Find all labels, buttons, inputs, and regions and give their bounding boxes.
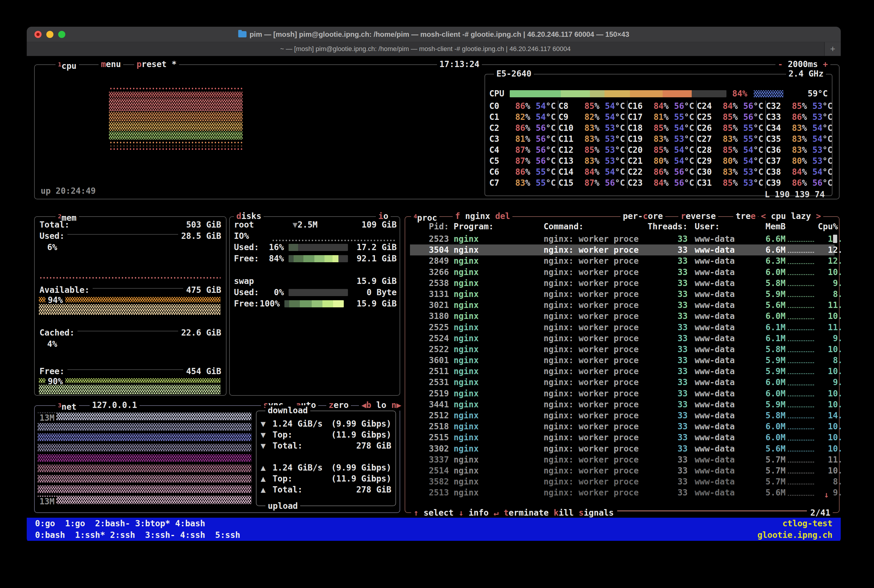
- upload-stats: ▲1.24 GiB/s(9.99 Gibps)▲Top:(11.9 Gibps)…: [257, 462, 396, 495]
- proc-actions[interactable]: ↑ select ↓ info ↵ terminate kill signals: [414, 508, 614, 518]
- core-stat: C1484%54°C: [558, 166, 625, 177]
- mem-total-label: Total:: [39, 219, 69, 230]
- proc-filter[interactable]: f nginx del: [453, 211, 512, 222]
- minimize-button[interactable]: [46, 31, 53, 38]
- update-interval-control[interactable]: - 2000ms +: [775, 59, 830, 70]
- core-stat: C587%56°C: [489, 156, 556, 166]
- preset-button[interactable]: preset *: [134, 59, 179, 70]
- process-row[interactable]: 2524nginxnginx: worker proce33www-data6.…: [410, 333, 835, 344]
- core-stat: C1285%53°C: [558, 144, 625, 156]
- process-row-selected[interactable]: 3504nginxnginx: worker proce33www-data6.…: [410, 244, 835, 255]
- sort-column[interactable]: Cpu% ↑: [815, 221, 841, 232]
- core-stat: C1083%53°C: [558, 123, 625, 134]
- cpu-package-temp: 59°C: [808, 89, 828, 99]
- proc-box: 4proc f nginx del per-core reverse tree …: [405, 216, 839, 513]
- core-stat: C086%54°C: [489, 100, 556, 111]
- core-stat: C1183%53°C: [558, 134, 625, 144]
- process-row[interactable]: 2515nginxnginx: worker proce33www-data6.…: [410, 432, 835, 443]
- clock: 17:13:24: [437, 59, 482, 70]
- net-graph-band: [38, 496, 251, 504]
- process-row[interactable]: 2525nginxnginx: worker proce33www-data6.…: [410, 322, 835, 333]
- upload-stat-row: ▲1.24 GiB/s(9.99 Gibps): [257, 462, 396, 473]
- cpu-graph-band: [109, 112, 242, 122]
- process-row[interactable]: 3131nginxnginx: worker proce33www-data5.…: [410, 289, 835, 300]
- disks-box: disks io root ▼▼2.5M2.5M 109 GiB IO% Use…: [229, 216, 400, 396]
- disk-root-used-value: 17.2 GiB: [357, 242, 397, 253]
- disk-io-label: IO%: [234, 231, 249, 242]
- net-scale-bottom-label: 13M: [38, 496, 56, 506]
- mem-available-graph: [39, 297, 221, 302]
- process-row[interactable]: 2513nginxnginx: worker proce33www-data5.…: [410, 487, 835, 498]
- net-interface-label: 127.0.0.1: [90, 400, 140, 411]
- core-stat: C885%54°C: [558, 100, 625, 111]
- core-stat: C2286%56°C: [627, 166, 694, 177]
- process-row[interactable]: 2519nginxnginx: worker proce33www-data6.…: [410, 388, 835, 399]
- process-row[interactable]: 2523nginxnginx: worker proce33www-data6.…: [410, 234, 835, 244]
- core-stat: C2585%56°C: [697, 111, 764, 123]
- cpu-graph-band: [109, 98, 242, 111]
- process-row[interactable]: 3266nginxnginx: worker proce33www-data6.…: [410, 267, 835, 278]
- download-stat-row: ▼1.24 GiB/s(9.99 Gibps): [257, 418, 396, 429]
- cpu-detail-box: E5-2640 2.4 GHz CPU 84% 59°C C086%54°CC1…: [484, 74, 832, 196]
- net-box-title: 3net: [56, 400, 79, 412]
- process-row[interactable]: 2538nginxnginx: worker proce33www-data5.…: [410, 278, 835, 289]
- core-column: C1684%56°CC1781%55°CC1885%54°CC1983%53°C…: [627, 100, 697, 188]
- cpu-total-pct: 84%: [733, 89, 748, 99]
- core-column: C885%54°CC982%54°CC1083%53°CC1183%53°CC1…: [558, 100, 627, 188]
- zoom-button[interactable]: [58, 31, 65, 38]
- cpu-meter-label: CPU: [489, 89, 504, 99]
- proc-scrollbar-thumb[interactable]: [833, 235, 837, 243]
- process-row[interactable]: 2514nginxnginx: worker proce33www-data5.…: [410, 465, 835, 476]
- process-row[interactable]: 2522nginxnginx: worker proce33www-data5.…: [410, 344, 835, 355]
- upload-title: upload: [265, 501, 300, 512]
- tree-toggle[interactable]: tree: [733, 211, 758, 222]
- process-row[interactable]: 3337nginxnginx: worker proce33www-data5.…: [410, 454, 835, 465]
- process-row[interactable]: 3302nginxnginx: worker proce33www-data5.…: [410, 443, 835, 454]
- disk-swap-free-value: 15.9 GiB: [357, 298, 397, 309]
- process-row[interactable]: 3021nginxnginx: worker proce33www-data5.…: [410, 300, 835, 310]
- mem-box: 2mem Total:503 GiB Used:28.5 GiB 6% Avai…: [34, 216, 227, 396]
- net-zero-button[interactable]: zero: [326, 400, 351, 411]
- core-stat: C783%55°C: [489, 177, 556, 188]
- upload-stat-row: ▲Total:278 GiB: [257, 484, 396, 495]
- core-stat: C381%56°C: [489, 134, 556, 144]
- process-row[interactable]: 3180nginxnginx: worker proce33www-data6.…: [410, 310, 835, 322]
- net-graph-band: [38, 475, 251, 483]
- disk-root-used-label: Used:: [234, 242, 259, 253]
- process-row[interactable]: 2518nginxnginx: worker proce33www-data6.…: [410, 421, 835, 432]
- process-row[interactable]: 3582nginxnginx: worker proce33www-data5.…: [410, 476, 835, 487]
- new-tab-button[interactable]: +: [824, 42, 841, 56]
- core-stat: C1885%54°C: [627, 123, 694, 134]
- sort-selector[interactable]: < cpu lazy >: [758, 211, 823, 222]
- per-core-table: C086%54°CC182%54°CC286%56°CC381%56°CC487…: [489, 100, 835, 188]
- tmux-outer-session: ctlog-test: [782, 518, 832, 529]
- core-stat: C286%56°C: [489, 123, 556, 134]
- core-stat: C982%54°C: [558, 111, 625, 123]
- cpu-box: 1cpu menu preset * 17:13:24 - 2000ms + u…: [34, 64, 839, 200]
- tmux-outer-windows[interactable]: 0:go 1:go 2:bash- 3:btop* 4:bash: [35, 518, 205, 529]
- process-row[interactable]: 3441nginxnginx: worker proce33www-data5.…: [410, 399, 835, 410]
- tmux-inner-windows[interactable]: 0:bash 1:ssh* 2:ssh 3:ssh- 4:ssh 5:ssh: [35, 529, 240, 541]
- process-row[interactable]: 2849nginxnginx: worker proce33www-data6.…: [410, 255, 835, 266]
- proc-footer: ↑ select ↓ info ↵ terminate kill signals…: [411, 508, 833, 518]
- disk-swap-used-label: Used:: [234, 287, 259, 298]
- close-button[interactable]: [35, 31, 42, 38]
- process-row[interactable]: 2512nginxnginx: worker proce33www-data5.…: [410, 410, 835, 421]
- core-stat: C3780%53°C: [766, 156, 833, 166]
- reverse-toggle[interactable]: reverse: [678, 211, 718, 222]
- window-title: pim — [mosh] pim@glootie.ipng.ch: /home/…: [238, 30, 629, 39]
- tab-active[interactable]: ~ — [mosh] pim@glootie.ipng.ch: /home/pi…: [27, 42, 824, 56]
- net-interface-switcher[interactable]: ◀b lo n▶: [359, 400, 404, 411]
- process-row[interactable]: 2511nginxnginx: worker proce33www-data5.…: [410, 366, 835, 377]
- net-graph-band: [38, 412, 251, 420]
- core-stat: C2783%55°C: [697, 134, 764, 144]
- scroll-down-arrow[interactable]: ↓: [824, 490, 829, 500]
- mem-available-label: Available:: [39, 285, 90, 296]
- disk-swap-free-pct: 100%: [259, 298, 280, 309]
- process-row[interactable]: 2531nginxnginx: worker proce33www-data6.…: [410, 377, 835, 388]
- core-stat: C3285%53°C: [766, 100, 833, 111]
- per-core-toggle[interactable]: per-core: [620, 211, 665, 222]
- core-stat: C1587%56°C: [558, 177, 625, 188]
- process-row[interactable]: 3601nginxnginx: worker proce33www-data5.…: [410, 355, 835, 366]
- menu-button[interactable]: menu: [99, 59, 123, 70]
